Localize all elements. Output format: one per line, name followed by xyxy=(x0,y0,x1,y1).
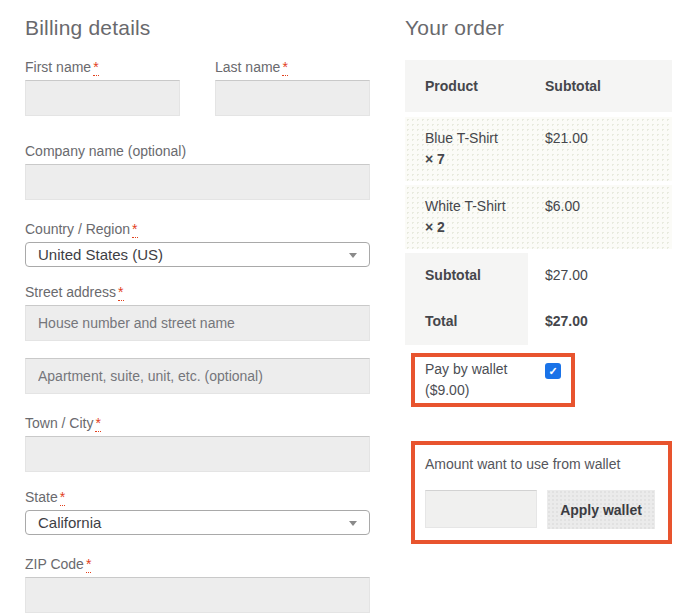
address-line2-input[interactable] xyxy=(25,358,370,394)
street-address-label-text: Street address xyxy=(25,284,116,300)
wallet-amount-highlight-box: Amount want to use from wallet Apply wal… xyxy=(411,441,672,544)
pay-by-wallet-label: Pay by wallet xyxy=(425,359,561,380)
required-asterisk: * xyxy=(60,489,65,506)
field-street-address: Street address* xyxy=(25,283,370,341)
checkmark-icon: ✓ xyxy=(548,366,557,377)
wallet-amount-input[interactable] xyxy=(425,490,537,528)
zip-input[interactable] xyxy=(25,577,370,613)
required-asterisk: * xyxy=(282,59,287,76)
field-zip: ZIP Code* xyxy=(25,555,370,613)
required-asterisk: * xyxy=(86,556,91,573)
total-value: $27.00 xyxy=(528,299,672,345)
subtotal-value: $27.00 xyxy=(528,253,672,299)
order-item-subtotal: $6.00 xyxy=(528,196,672,238)
product-quantity: × 7 xyxy=(425,149,528,170)
field-country: Country / Region* United States (US) xyxy=(25,220,370,267)
pay-by-wallet-highlight-box: Pay by wallet ($9.00) ✓ xyxy=(411,353,575,407)
first-name-label-text: First name xyxy=(25,59,91,75)
city-label: Town / City* xyxy=(25,414,370,433)
order-total-row: Total $27.00 xyxy=(405,299,672,345)
last-name-label-text: Last name xyxy=(215,59,280,75)
billing-section: Billing details First name* Last name* C… xyxy=(25,0,370,613)
order-review-table: Product Subtotal Blue T-Shirt × 7 $21.00… xyxy=(405,60,672,345)
field-company: Company name (optional) xyxy=(25,142,370,200)
product-name: White T-Shirt xyxy=(425,196,528,217)
order-item-subtotal: $21.00 xyxy=(528,128,672,170)
company-label: Company name (optional) xyxy=(25,142,370,161)
order-item-product: White T-Shirt × 2 xyxy=(405,196,528,238)
field-first-name: First name* xyxy=(25,58,180,116)
required-asterisk: * xyxy=(132,221,137,238)
apply-wallet-button[interactable]: Apply wallet xyxy=(547,490,655,529)
country-label: Country / Region* xyxy=(25,220,370,239)
field-state: State* California xyxy=(25,488,370,535)
company-input[interactable] xyxy=(25,164,370,200)
billing-title: Billing details xyxy=(25,16,370,40)
field-last-name: Last name* xyxy=(215,58,370,116)
product-name: Blue T-Shirt xyxy=(425,128,528,149)
order-subtotal-row: Subtotal $27.00 xyxy=(405,253,672,299)
street-address-label: Street address* xyxy=(25,283,370,302)
state-label: State* xyxy=(25,488,370,507)
required-asterisk: * xyxy=(93,59,98,76)
country-select-value: United States (US) xyxy=(38,246,163,263)
last-name-input[interactable] xyxy=(215,80,370,116)
pay-by-wallet-amount: ($9.00) xyxy=(425,380,561,401)
subtotal-column-header: Subtotal xyxy=(528,78,672,94)
wallet-amount-row: Apply wallet xyxy=(425,490,655,529)
wallet-amount-label: Amount want to use from wallet xyxy=(425,454,655,474)
name-fields-row: First name* Last name* xyxy=(25,58,370,116)
first-name-label: First name* xyxy=(25,58,180,77)
field-address-line2 xyxy=(25,358,370,394)
country-label-text: Country / Region xyxy=(25,221,130,237)
order-table-header: Product Subtotal xyxy=(405,60,672,112)
state-select-value: California xyxy=(38,514,101,531)
product-column-header: Product xyxy=(405,78,528,94)
order-item-product: Blue T-Shirt × 7 xyxy=(405,128,528,170)
zip-label-text: ZIP Code xyxy=(25,556,84,572)
street-address-input[interactable] xyxy=(25,305,370,341)
order-title: Your order xyxy=(405,16,672,40)
city-input[interactable] xyxy=(25,436,370,472)
order-section: Your order Product Subtotal Blue T-Shirt… xyxy=(405,0,672,613)
state-label-text: State xyxy=(25,489,58,505)
last-name-label: Last name* xyxy=(215,58,370,77)
product-quantity: × 2 xyxy=(425,217,528,238)
order-item-row: White T-Shirt × 2 $6.00 xyxy=(405,185,672,249)
city-label-text: Town / City xyxy=(25,415,93,431)
first-name-input[interactable] xyxy=(25,80,180,116)
state-select[interactable]: California xyxy=(25,510,370,535)
country-select[interactable]: United States (US) xyxy=(25,242,370,267)
field-city: Town / City* xyxy=(25,414,370,472)
subtotal-label: Subtotal xyxy=(405,253,528,299)
chevron-down-icon xyxy=(349,253,357,258)
company-label-text: Company name (optional) xyxy=(25,143,186,159)
pay-by-wallet-checkbox[interactable]: ✓ xyxy=(545,363,561,379)
required-asterisk: * xyxy=(118,284,123,301)
order-item-row: Blue T-Shirt × 7 $21.00 xyxy=(405,117,672,181)
zip-label: ZIP Code* xyxy=(25,555,370,574)
checkout-page: Billing details First name* Last name* C… xyxy=(0,0,700,613)
total-label: Total xyxy=(405,299,528,345)
chevron-down-icon xyxy=(349,521,357,526)
required-asterisk: * xyxy=(95,415,100,432)
